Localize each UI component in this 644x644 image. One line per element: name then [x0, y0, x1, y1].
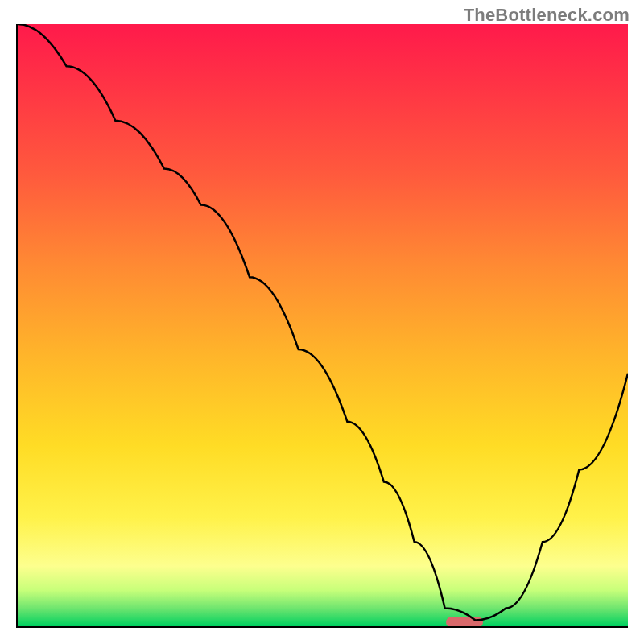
optimal-range-marker — [446, 617, 483, 628]
watermark-text: TheBottleneck.com — [464, 5, 630, 26]
plot-area — [16, 24, 628, 628]
bottleneck-chart: TheBottleneck.com — [0, 0, 644, 644]
gradient-background — [18, 24, 628, 626]
